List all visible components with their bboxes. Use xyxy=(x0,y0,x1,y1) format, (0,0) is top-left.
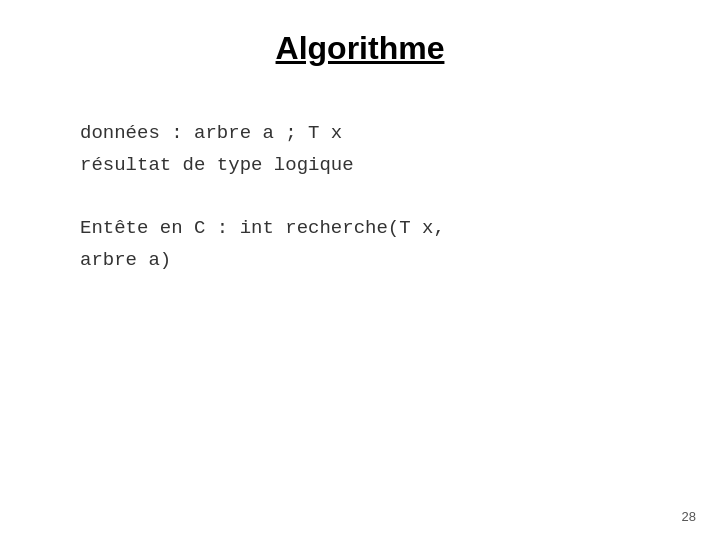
algorithm-block: données : arbre a ; T x résultat de type… xyxy=(80,117,720,276)
entete-block: Entête en C : int recherche(T x, arbre a… xyxy=(80,212,720,277)
line-resultat: résultat de type logique xyxy=(80,149,720,181)
slide-title: Algorithme xyxy=(276,30,445,67)
page-number: 28 xyxy=(682,509,696,524)
line-donnees: données : arbre a ; T x xyxy=(80,117,720,149)
slide-content: données : arbre a ; T x résultat de type… xyxy=(0,117,720,276)
line-arbre: arbre a) xyxy=(80,244,720,276)
line-entete: Entête en C : int recherche(T x, xyxy=(80,212,720,244)
slide: Algorithme données : arbre a ; T x résul… xyxy=(0,0,720,540)
